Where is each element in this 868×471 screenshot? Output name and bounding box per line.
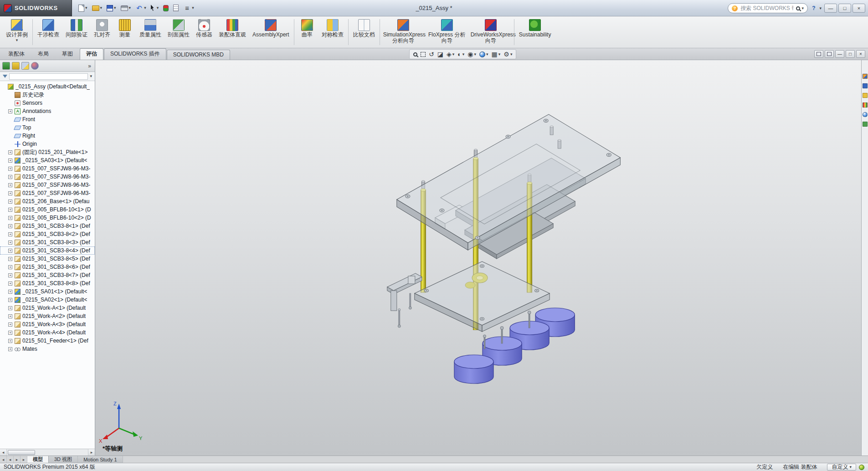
tree-item[interactable]: + 0215_005_BFLB6-10<2> (D xyxy=(0,214,95,222)
displaymanager-tab[interactable] xyxy=(31,62,39,70)
tree-item[interactable]: _0215_Assy (Default<Default_ xyxy=(0,82,95,91)
tree-item[interactable]: + 0215_005_BFLB6-10<1> (D xyxy=(0,205,95,214)
minimize-button[interactable]: — xyxy=(824,4,837,13)
expand-toggle[interactable]: + xyxy=(8,216,12,220)
dropdown-caret-icon[interactable]: ▾ xyxy=(510,52,513,56)
expand-toggle[interactable]: + xyxy=(8,224,12,228)
propertymanager-tab[interactable] xyxy=(12,62,20,70)
floxpress-button[interactable]: FloXpress 分析向导 xyxy=(425,17,469,47)
close-button[interactable]: × xyxy=(853,4,865,13)
design-study-button[interactable]: 设计算例 ▾ xyxy=(3,17,31,47)
expand-toggle[interactable]: + xyxy=(8,249,12,253)
ribbon-button[interactable] xyxy=(380,19,380,45)
tree-item[interactable]: + 0215_301_SCB3-8<1> (Def xyxy=(0,222,95,230)
dropdown-caret-icon[interactable]: ▾ xyxy=(498,52,501,56)
help-caret-icon[interactable]: ▾ xyxy=(819,6,822,10)
tab-scroll-left-button[interactable]: ◂ xyxy=(7,456,14,463)
tree-item[interactable]: + 0215_Work-A<2> (Default xyxy=(0,312,95,320)
expand-toggle[interactable]: + xyxy=(8,109,12,113)
assembly-visualization-button[interactable]: 装配体直观 xyxy=(216,17,249,47)
dropdown-caret-icon[interactable]: ▾ xyxy=(85,6,87,10)
dropdown-caret-icon[interactable]: ▾ xyxy=(452,52,455,56)
tab-evaluate[interactable]: 评估 xyxy=(80,48,103,60)
driveworksxpress-button[interactable]: DriveWorksXpress 向导 xyxy=(469,17,513,47)
design-library-tab[interactable] xyxy=(863,83,868,88)
previous-view-button[interactable]: ↺ xyxy=(428,50,435,58)
ribbon-button[interactable] xyxy=(32,19,33,45)
file-explorer-tab[interactable] xyxy=(863,93,868,98)
expand-toggle[interactable]: + xyxy=(8,331,12,335)
tree-item[interactable]: + Mates xyxy=(0,345,95,353)
doc-restore-button[interactable]: □ xyxy=(846,50,855,58)
tree-item[interactable]: + 0215_301_SCB3-8<2> (Def xyxy=(0,230,95,238)
assemblyxpert-button[interactable]: AssemblyXpert xyxy=(249,17,293,47)
expand-toggle[interactable]: + xyxy=(8,323,12,327)
graphics-viewport[interactable]: X Y Z *等轴测 xyxy=(95,60,861,456)
select-button[interactable]: ▾ xyxy=(149,4,161,12)
custom-properties-tab[interactable] xyxy=(863,122,868,127)
expand-toggle[interactable]: + xyxy=(8,339,12,343)
search-scope-caret-icon[interactable]: ▾ xyxy=(802,6,804,10)
sensors-button[interactable]: 传感器 xyxy=(193,17,216,47)
tree-item[interactable]: + 0215_301_SCB3-8<8> (Def xyxy=(0,279,95,287)
configurationmanager-tab[interactable] xyxy=(21,62,29,70)
tree-item[interactable]: + 0215_501_Feeder<1> (Def xyxy=(0,337,95,345)
editing-status[interactable]: 在编辑 装配体 xyxy=(783,463,817,471)
view-palette-tab[interactable] xyxy=(863,102,868,108)
tree-item[interactable]: + 0215_301_SCB3-8<5> (Def xyxy=(0,255,95,263)
status-indicator-icon[interactable] xyxy=(859,465,864,470)
model-canvas[interactable]: X Y Z xyxy=(95,60,861,456)
3d-views-tab[interactable]: 3D 视图 xyxy=(49,456,78,463)
tree-item[interactable]: + 0215_Work-A<3> (Default xyxy=(0,320,95,328)
search-box[interactable]: ? ▾ xyxy=(728,3,808,13)
tab-scroll-first-button[interactable]: ◂ xyxy=(0,456,7,463)
tree-item[interactable]: + 0215_301_SCB3-8<3> (Def xyxy=(0,238,95,246)
tree-item[interactable]: + 0215_007_SSFJW8-96-M3- xyxy=(0,181,95,189)
expand-toggle[interactable]: + xyxy=(8,232,12,236)
zoom-area-button[interactable] xyxy=(420,51,426,57)
open-button[interactable]: ▾ xyxy=(90,5,104,12)
tree-item[interactable]: + 0215_Work-A<4> (Default xyxy=(0,328,95,337)
dropdown-caret-icon[interactable]: ▾ xyxy=(474,52,477,56)
expand-toggle[interactable]: + xyxy=(8,208,12,212)
hide-show-items-button[interactable]: ◉ ▾ xyxy=(467,50,477,58)
scroll-right-button[interactable]: ▸ xyxy=(88,449,95,456)
expand-toggle[interactable]: + xyxy=(8,298,12,302)
clearance-verification-button[interactable]: 间隙验证 xyxy=(62,17,91,47)
undo-button[interactable]: ↶ ▾ xyxy=(134,3,148,13)
tree-item[interactable]: + 0215_007_SSFJW8-96-M3- xyxy=(0,173,95,181)
filter-funnel-icon[interactable] xyxy=(3,75,7,78)
file-properties-button[interactable] xyxy=(171,4,180,12)
dropdown-caret-icon[interactable]: ▾ xyxy=(192,6,194,10)
sustainability-button[interactable]: Sustainability xyxy=(516,17,555,47)
mass-properties-button[interactable]: 质量属性 xyxy=(136,17,164,47)
tree-item[interactable]: 历史记录 xyxy=(0,91,95,99)
print-button[interactable]: ▾ xyxy=(119,5,133,12)
tree-item[interactable]: + _0215_SA03<1> (Default< xyxy=(0,156,95,164)
definition-status[interactable]: 欠定义 xyxy=(756,463,773,471)
expand-toggle[interactable]: + xyxy=(8,191,12,195)
tree-filter-input[interactable] xyxy=(9,73,88,80)
ribbon-button[interactable] xyxy=(348,19,349,45)
zoom-fit-button[interactable] xyxy=(412,52,418,57)
tree-item[interactable]: Sensors xyxy=(0,99,95,107)
expand-toggle[interactable]: + xyxy=(8,150,12,154)
featuremanager-tab[interactable] xyxy=(2,62,10,70)
tree-item[interactable]: + 0215_Work-A<1> (Default xyxy=(0,304,95,312)
expand-toggle[interactable]: + xyxy=(8,175,12,179)
expand-toggle[interactable]: + xyxy=(8,257,12,261)
simulationxpress-button[interactable]: SimulationXpress 分析向导 xyxy=(381,17,425,47)
search-icon[interactable] xyxy=(796,6,800,10)
expand-toggle[interactable]: + xyxy=(8,200,12,204)
interference-check-button[interactable]: 干涉检查 xyxy=(34,17,62,47)
display-style-button[interactable]: ◐ ▾ xyxy=(457,50,465,58)
search-input[interactable] xyxy=(740,5,794,12)
tree-item[interactable]: Right xyxy=(0,132,95,140)
expand-toggle[interactable]: + xyxy=(8,314,12,318)
apply-scene-button[interactable]: ▦ ▾ xyxy=(491,50,502,58)
expand-toggle[interactable]: + xyxy=(8,183,12,187)
hole-alignment-button[interactable]: 孔对齐 xyxy=(91,17,113,47)
tree-item[interactable]: + 0215_301_SCB3-8<4> (Def xyxy=(0,246,95,255)
tree-item[interactable]: + 0215_007_SSFJW8-96-M3- xyxy=(0,189,95,197)
doc-close-button[interactable]: × xyxy=(856,50,865,58)
